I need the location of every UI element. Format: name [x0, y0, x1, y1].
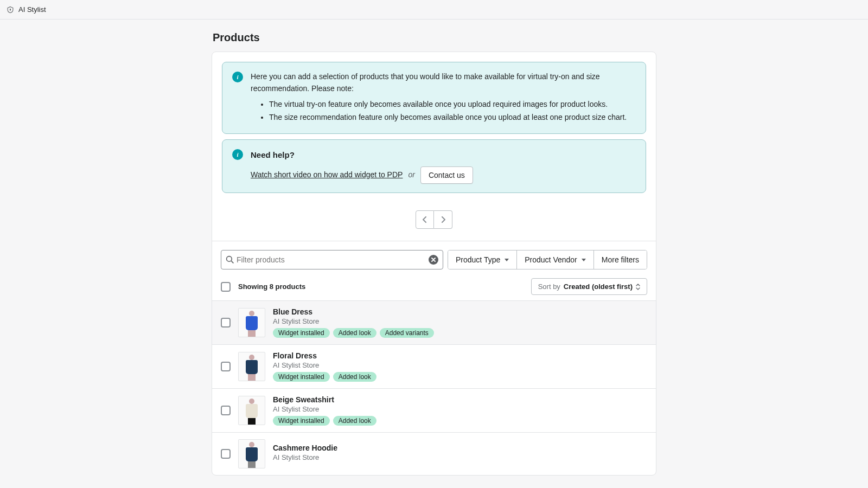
svg-point-1 [227, 256, 232, 262]
caret-down-icon [582, 259, 586, 261]
more-filters-button[interactable]: More filters [594, 251, 647, 269]
info-body: Here you can add a selection of products… [251, 71, 636, 125]
product-name: Blue Dress [273, 307, 647, 316]
help-banner: i Need help? Watch short video on how ad… [222, 139, 646, 193]
product-info: Floral DressAI Stylist StoreWidget insta… [273, 351, 647, 382]
product-info: Beige SweatshirtAI Stylist StoreWidget i… [273, 395, 647, 426]
select-all-checkbox[interactable] [221, 282, 231, 292]
product-row[interactable]: Beige SweatshirtAI Stylist StoreWidget i… [212, 388, 656, 432]
search-wrap [221, 250, 443, 269]
contact-us-button[interactable]: Contact us [420, 166, 473, 184]
sort-prefix: Sort by [538, 282, 560, 291]
info-bullet: The size recommendation feature only bec… [269, 112, 636, 124]
product-store: AI Stylist Store [273, 453, 647, 461]
status-badge: Widget installed [273, 328, 330, 338]
product-badges: Widget installedAdded look [273, 416, 647, 426]
status-badge: Widget installed [273, 416, 330, 426]
product-thumbnail [238, 396, 265, 425]
pagination [212, 198, 656, 241]
page-title: Products [213, 31, 656, 44]
help-heading: Need help? [251, 149, 636, 161]
help-video-link[interactable]: Watch short video on how add widget to P… [251, 169, 403, 181]
product-name: Beige Sweatshirt [273, 395, 647, 404]
sort-updown-icon [636, 284, 640, 290]
help-body: Need help? Watch short video on how add … [251, 149, 636, 184]
product-type-filter[interactable]: Product Type [448, 251, 517, 269]
info-bullets: The virtual try-on feature only becomes … [269, 99, 636, 123]
prev-page-button[interactable] [416, 210, 434, 229]
info-icon: i [232, 149, 243, 160]
status-badge: Added look [333, 328, 376, 338]
top-bar: AI Stylist [0, 0, 868, 20]
filter-label: More filters [602, 255, 639, 264]
next-page-button[interactable] [434, 210, 452, 229]
product-checkbox[interactable] [221, 318, 231, 328]
product-row[interactable]: Blue DressAI Stylist StoreWidget install… [212, 300, 656, 344]
product-name: Floral Dress [273, 351, 647, 360]
search-icon [226, 255, 234, 264]
info-bullet: The virtual try-on feature only becomes … [269, 99, 636, 111]
product-name: Cashmere Hoodie [273, 444, 647, 452]
shield-icon [7, 6, 14, 14]
status-badge: Widget installed [273, 372, 330, 382]
product-list: Blue DressAI Stylist StoreWidget install… [212, 300, 656, 475]
product-store: AI Stylist Store [273, 361, 647, 369]
product-store: AI Stylist Store [273, 405, 647, 413]
product-checkbox[interactable] [221, 449, 231, 459]
product-store: AI Stylist Store [273, 317, 647, 325]
info-banner: i Here you can add a selection of produc… [222, 62, 646, 134]
app-name: AI Stylist [18, 5, 46, 14]
status-badge: Added look [333, 372, 376, 382]
product-info: Cashmere HoodieAI Stylist Store [273, 444, 647, 464]
product-badges: Widget installedAdded look [273, 372, 647, 382]
status-badge: Added look [333, 416, 376, 426]
summary-row: Showing 8 products Sort by Created (olde… [212, 275, 656, 300]
product-thumbnail [238, 308, 265, 337]
chevron-left-icon [422, 216, 427, 223]
svg-point-0 [10, 9, 10, 9]
product-thumbnail [238, 352, 265, 381]
product-badges: Widget installedAdded lookAdded variants [273, 328, 647, 338]
sort-value: Created (oldest first) [564, 282, 633, 291]
product-checkbox[interactable] [221, 406, 231, 415]
info-intro: Here you can add a selection of products… [251, 71, 636, 94]
search-input[interactable] [234, 251, 429, 268]
info-icon: i [232, 72, 243, 82]
product-checkbox[interactable] [221, 362, 231, 371]
summary-text: Showing 8 products [238, 282, 305, 291]
help-row: Watch short video on how add widget to P… [251, 166, 636, 184]
clear-search-button[interactable] [429, 255, 438, 265]
main-card: i Here you can add a selection of produc… [212, 52, 656, 476]
chevron-right-icon [441, 216, 446, 223]
page: Products i Here you can add a selection … [212, 20, 656, 488]
product-info: Blue DressAI Stylist StoreWidget install… [273, 307, 647, 338]
caret-down-icon [505, 259, 509, 261]
filter-label: Product Vendor [525, 255, 577, 264]
filter-label: Product Type [456, 255, 500, 264]
filter-group: Product Type Product Vendor More filters [448, 250, 647, 269]
product-vendor-filter[interactable]: Product Vendor [517, 251, 594, 269]
product-row[interactable]: Floral DressAI Stylist StoreWidget insta… [212, 344, 656, 388]
product-row[interactable]: Cashmere HoodieAI Stylist Store [212, 432, 656, 475]
help-or: or [408, 169, 414, 181]
sort-button[interactable]: Sort by Created (oldest first) [531, 278, 647, 295]
product-thumbnail [238, 439, 265, 468]
filters-row: Product Type Product Vendor More filters [212, 241, 656, 275]
status-badge: Added variants [380, 328, 434, 338]
